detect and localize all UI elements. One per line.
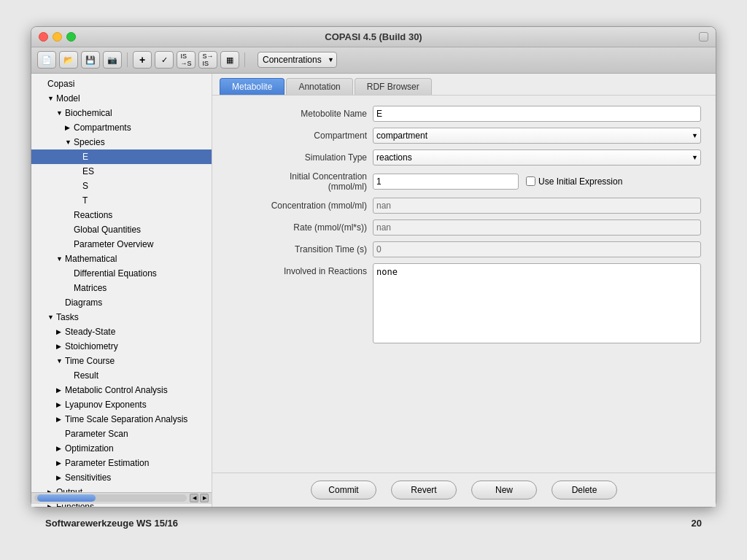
bottom-bar: Commit Revert New Delete — [212, 472, 716, 507]
sidebar-label-ES: ES — [82, 166, 94, 176]
sidebar-item-differential-equations[interactable]: Differential Equations — [31, 266, 212, 281]
check-button[interactable]: ✓ — [155, 51, 174, 69]
sidebar-item-time-scale[interactable]: ▶ Time Scale Separation Analysis — [31, 412, 212, 427]
sidebar-label-S: S — [82, 181, 88, 191]
sidebar-label-tasks: Tasks — [56, 312, 79, 322]
triangle-icon: ▶ — [56, 328, 63, 335]
sidebar-item-global-quantities[interactable]: Global Quantities — [31, 222, 212, 237]
sidebar-item-mathematical[interactable]: ▼ Mathematical — [31, 252, 212, 266]
sidebar-label-differential-equations: Differential Equations — [74, 268, 157, 279]
use-initial-expression-label: Use Initial Expression — [526, 176, 622, 187]
sidebar-item-species[interactable]: ▼ Species — [31, 135, 212, 149]
sidebar-item-reactions[interactable]: Reactions — [31, 208, 212, 222]
sidebar-label-result: Result — [74, 370, 98, 381]
sidebar-item-sensitivities[interactable]: ▶ Sensitivities — [31, 470, 212, 485]
compartment-label: Compartment — [227, 131, 373, 141]
transition-time-input[interactable] — [373, 241, 701, 257]
right-panel: Metabolite Annotation RDF Browser Metobo… — [212, 74, 716, 507]
sidebar-item-ES[interactable]: ES — [31, 164, 212, 179]
add-button[interactable]: + — [133, 51, 152, 69]
close-button[interactable] — [39, 32, 48, 42]
involved-reactions-row: Involved in Reactions none — [227, 263, 701, 343]
sidebar-label-stoichiometry: Stoichiometry — [65, 341, 118, 351]
s-is-button[interactable]: S→IS — [198, 51, 217, 69]
sidebar-label-E: E — [82, 152, 88, 162]
concentration-input[interactable] — [373, 198, 701, 214]
tab-rdf-browser[interactable]: RDF Browser — [355, 78, 432, 95]
sidebar-label-metabolic-control: Metabolic Control Analysis — [65, 385, 168, 395]
simulation-type-row: Simulation Type reactions fixed assignme… — [227, 149, 701, 166]
delete-button[interactable]: Delete — [551, 481, 617, 499]
footer: Softwarewerkzeuge WS 15/16 20 — [31, 512, 716, 534]
tab-annotation[interactable]: Annotation — [286, 78, 352, 95]
sidebar-item-metabolic-control[interactable]: ▶ Metabolic Control Analysis — [31, 383, 212, 397]
sidebar-item-result[interactable]: Result — [31, 368, 212, 383]
is-s-button[interactable]: IS→S — [177, 51, 196, 69]
new-file-button[interactable]: 📄 — [37, 51, 56, 69]
initial-conc-input[interactable] — [373, 174, 519, 190]
sidebar-item-parameter-scan[interactable]: Parameter Scan — [31, 427, 212, 441]
new-button[interactable]: New — [471, 481, 537, 499]
sidebar-item-biochemical[interactable]: ▼ Biochemical — [31, 106, 212, 120]
sidebar-item-model[interactable]: ▼ Model — [31, 91, 212, 106]
sidebar-item-parameter-estimation[interactable]: ▶ Parameter Estimation — [31, 456, 212, 470]
sidebar-item-diagrams[interactable]: Diagrams — [31, 295, 212, 310]
involved-reactions-textarea[interactable]: none — [373, 263, 701, 343]
save-button[interactable]: 💾 — [81, 51, 100, 69]
save-icon: 💾 — [85, 55, 96, 65]
new-file-icon: 📄 — [42, 55, 52, 65]
initial-conc-row: Initial Concentration (mmol/ml) Use Init… — [227, 171, 701, 192]
metabolite-name-input[interactable] — [373, 106, 701, 122]
concentrations-dropdown[interactable]: Concentrations ▼ — [258, 52, 337, 68]
toolbar: 📄 📂 💾 📷 + ✓ IS→S S→IS — [31, 47, 716, 74]
sidebar-item-copasi[interactable]: Copasi — [31, 77, 212, 91]
sidebar-item-matrices[interactable]: Matrices — [31, 281, 212, 295]
sidebar-item-steady-state[interactable]: ▶ Steady-State — [31, 324, 212, 339]
tab-metabolite[interactable]: Metabolite — [220, 78, 285, 95]
sidebar-label-parameter-scan: Parameter Scan — [65, 429, 128, 439]
scroll-thumb[interactable] — [37, 494, 96, 502]
sidebar-item-T[interactable]: T — [31, 193, 212, 208]
transition-time-row: Transition Time (s) — [227, 241, 701, 257]
compartment-row: Compartment compartment — [227, 128, 701, 144]
triangle-icon: ▶ — [65, 124, 72, 131]
commit-button[interactable]: Commit — [311, 481, 376, 499]
sidebar-label-biochemical: Biochemical — [65, 108, 112, 118]
sidebar-item-E[interactable]: E — [31, 149, 212, 164]
window-title: COPASI 4.5 (Build 30) — [325, 31, 422, 42]
sidebar-item-S[interactable]: S — [31, 179, 212, 193]
sidebar-item-parameter-overview[interactable]: Parameter Overview — [31, 237, 212, 252]
grid-button[interactable]: ▦ — [220, 51, 239, 69]
rate-input[interactable] — [373, 219, 701, 236]
minimize-button[interactable] — [53, 32, 62, 42]
sidebar: Copasi ▼ Model ▼ Biochemical — [31, 74, 212, 507]
concentrations-select[interactable]: Concentrations — [258, 52, 337, 68]
maximize-button[interactable] — [66, 32, 76, 42]
sidebar-item-time-course[interactable]: ▼ Time Course — [31, 354, 212, 368]
collapse-button[interactable] — [699, 32, 708, 42]
open-file-button[interactable]: 📂 — [59, 51, 78, 69]
triangle-icon: ▶ — [56, 474, 63, 481]
sidebar-item-optimization[interactable]: ▶ Optimization — [31, 441, 212, 456]
triangle-icon: ▶ — [56, 416, 63, 423]
sidebar-item-lyapunov[interactable]: ▶ Lyapunov Exponents — [31, 397, 212, 412]
sidebar-item-tasks[interactable]: ▼ Tasks — [31, 310, 212, 324]
camera-icon: 📷 — [107, 55, 117, 65]
involved-reactions-label: Involved in Reactions — [227, 263, 373, 276]
horizontal-scrollbar[interactable]: ◀ ▶ — [31, 492, 212, 504]
grid-icon: ▦ — [226, 55, 233, 65]
use-initial-expression-checkbox[interactable] — [526, 176, 535, 186]
sidebar-label-global-quantities: Global Quantities — [74, 225, 141, 235]
scroll-left-button[interactable]: ◀ — [190, 494, 198, 502]
sidebar-item-stoichiometry[interactable]: ▶ Stoichiometry — [31, 339, 212, 354]
revert-button[interactable]: Revert — [391, 481, 457, 499]
sidebar-item-compartments[interactable]: ▶ Compartments — [31, 120, 212, 135]
simulation-type-select[interactable]: reactions fixed assignment ode — [373, 149, 701, 166]
compartment-select-wrap: compartment — [373, 128, 701, 144]
compartment-select[interactable]: compartment — [373, 128, 701, 144]
scroll-right-button[interactable]: ▶ — [200, 494, 209, 502]
form-area: Metobolite Name Compartment compartment — [212, 96, 716, 472]
sidebar-label-parameter-estimation: Parameter Estimation — [65, 458, 149, 468]
camera-button[interactable]: 📷 — [103, 51, 122, 69]
initial-conc-label: Initial Concentration (mmol/ml) — [227, 171, 373, 192]
